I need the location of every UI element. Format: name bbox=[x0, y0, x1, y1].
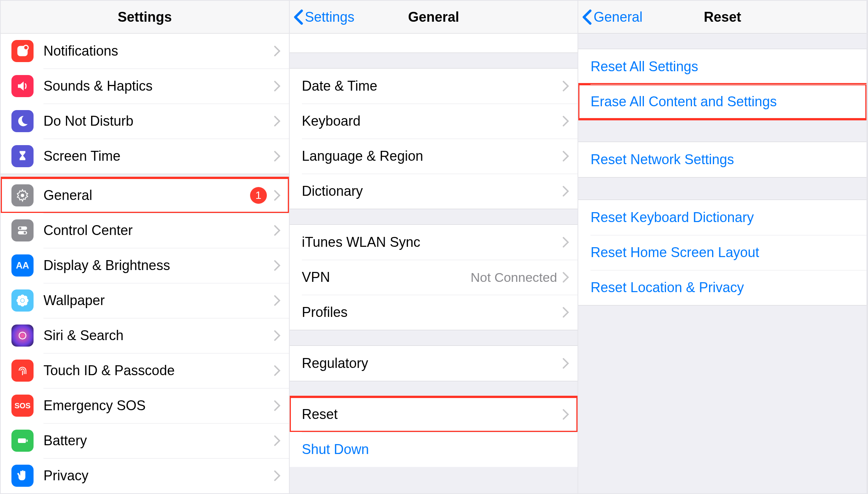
row-label: Reset Home Screen Layout bbox=[590, 245, 858, 261]
chevron-right-icon bbox=[274, 190, 281, 201]
svg-point-14 bbox=[18, 302, 21, 305]
notification-badge: 1 bbox=[250, 187, 267, 204]
row-notifications[interactable]: Notifications bbox=[1, 34, 289, 69]
row-regulatory[interactable]: Regulatory bbox=[290, 346, 578, 381]
page-title: General bbox=[408, 9, 459, 25]
chevron-right-icon bbox=[562, 409, 569, 420]
group-gap bbox=[290, 330, 578, 345]
back-button[interactable]: Settings bbox=[294, 1, 355, 33]
gear-icon bbox=[11, 184, 34, 206]
row-keyboard[interactable]: Keyboard bbox=[290, 104, 578, 139]
hidden-row[interactable] bbox=[290, 34, 578, 53]
row-controlcenter[interactable]: Control Center bbox=[1, 213, 289, 248]
chevron-right-icon bbox=[274, 365, 281, 376]
switches-icon bbox=[11, 219, 34, 241]
row-vpn[interactable]: VPN Not Connected bbox=[290, 260, 578, 295]
row-label: Battery bbox=[43, 433, 274, 449]
row-sos[interactable]: SOS Emergency SOS bbox=[1, 388, 289, 423]
reset-group-2: Reset Network Settings bbox=[578, 142, 866, 177]
row-reset-all[interactable]: Reset All Settings bbox=[578, 49, 866, 84]
reset-list: Reset All Settings Erase All Content and… bbox=[578, 34, 866, 493]
row-sounds[interactable]: Sounds & Haptics bbox=[1, 69, 289, 104]
chevron-left-icon bbox=[294, 9, 303, 25]
group-gap bbox=[1, 174, 289, 177]
svg-point-7 bbox=[21, 299, 24, 302]
settings-list: Notifications Sounds & Haptics Do Not Di… bbox=[1, 34, 289, 493]
chevron-right-icon bbox=[274, 45, 281, 57]
chevron-right-icon bbox=[562, 272, 569, 283]
row-label: Dictionary bbox=[302, 183, 563, 199]
group-gap bbox=[578, 177, 866, 200]
row-label: Reset Location & Privacy bbox=[590, 280, 858, 296]
row-label: Wallpaper bbox=[43, 293, 274, 309]
flower-icon bbox=[11, 289, 34, 312]
reset-group-1: Reset All Settings Erase All Content and… bbox=[578, 49, 866, 120]
row-reset-home[interactable]: Reset Home Screen Layout bbox=[578, 235, 866, 270]
row-shutdown[interactable]: Shut Down bbox=[290, 432, 578, 467]
chevron-right-icon bbox=[274, 80, 281, 92]
svg-rect-17 bbox=[18, 438, 26, 443]
svg-rect-18 bbox=[27, 440, 28, 442]
text-size-icon: AA bbox=[11, 254, 34, 277]
row-dnd[interactable]: Do Not Disturb bbox=[1, 104, 289, 139]
row-ituneswlan[interactable]: iTunes WLAN Sync bbox=[290, 225, 578, 260]
row-detail: Not Connected bbox=[471, 270, 557, 285]
bottom-space bbox=[578, 305, 866, 493]
row-siri[interactable]: Siri & Search bbox=[1, 318, 289, 353]
row-label: VPN bbox=[302, 269, 471, 285]
row-datetime[interactable]: Date & Time bbox=[290, 69, 578, 104]
battery-icon bbox=[11, 430, 34, 452]
group-gap bbox=[578, 34, 866, 49]
row-reset[interactable]: Reset bbox=[290, 397, 578, 432]
row-touchid[interactable]: Touch ID & Passcode bbox=[1, 353, 289, 388]
settings-group-1: Notifications Sounds & Haptics Do Not Di… bbox=[1, 34, 289, 174]
chevron-right-icon bbox=[562, 307, 569, 318]
row-dictionary[interactable]: Dictionary bbox=[290, 174, 578, 209]
chevron-right-icon bbox=[562, 115, 569, 127]
row-reset-network[interactable]: Reset Network Settings bbox=[578, 142, 866, 177]
row-label: Sounds & Haptics bbox=[43, 78, 274, 94]
chevron-right-icon bbox=[562, 237, 569, 248]
chevron-right-icon bbox=[562, 185, 569, 197]
back-label: Settings bbox=[305, 9, 355, 25]
svg-point-16 bbox=[19, 332, 26, 339]
page-title: Reset bbox=[704, 9, 741, 25]
chevron-right-icon bbox=[274, 260, 281, 271]
row-privacy[interactable]: Privacy bbox=[1, 458, 289, 493]
general-screen: Settings General Date & Time Keyboard La… bbox=[290, 1, 579, 493]
row-label: Emergency SOS bbox=[43, 398, 274, 414]
group-gap bbox=[290, 209, 578, 224]
page-title: Settings bbox=[118, 9, 172, 25]
row-erase-all[interactable]: Erase All Content and Settings bbox=[578, 84, 866, 119]
row-label: Erase All Content and Settings bbox=[590, 94, 858, 110]
sos-icon: SOS bbox=[11, 395, 34, 417]
speaker-icon bbox=[11, 75, 34, 97]
row-language[interactable]: Language & Region bbox=[290, 139, 578, 174]
chevron-right-icon bbox=[562, 150, 569, 162]
row-general[interactable]: General 1 bbox=[1, 178, 289, 213]
chevron-right-icon bbox=[562, 358, 569, 369]
row-label: Keyboard bbox=[302, 113, 563, 129]
group-gap bbox=[290, 381, 578, 396]
chevron-left-icon bbox=[582, 9, 592, 25]
row-label: Shut Down bbox=[302, 441, 570, 457]
row-label: Date & Time bbox=[302, 78, 563, 94]
row-wallpaper[interactable]: Wallpaper bbox=[1, 283, 289, 318]
back-button[interactable]: General bbox=[582, 1, 642, 33]
chevron-right-icon bbox=[274, 470, 281, 481]
row-label: Notifications bbox=[43, 43, 274, 59]
chevron-right-icon bbox=[562, 80, 569, 92]
general-group-3: Regulatory bbox=[290, 345, 578, 381]
chevron-right-icon bbox=[274, 295, 281, 306]
hourglass-icon bbox=[11, 145, 34, 167]
row-display[interactable]: AA Display & Brightness bbox=[1, 248, 289, 283]
nav-bar: Settings bbox=[1, 1, 289, 34]
row-battery[interactable]: Battery bbox=[1, 423, 289, 458]
row-label: Reset Keyboard Dictionary bbox=[590, 209, 858, 225]
chevron-right-icon bbox=[274, 400, 281, 411]
row-profiles[interactable]: Profiles bbox=[290, 295, 578, 330]
row-reset-location[interactable]: Reset Location & Privacy bbox=[578, 270, 866, 305]
svg-point-15 bbox=[24, 302, 27, 305]
row-reset-keyboard[interactable]: Reset Keyboard Dictionary bbox=[578, 200, 866, 235]
row-screentime[interactable]: Screen Time bbox=[1, 139, 289, 174]
